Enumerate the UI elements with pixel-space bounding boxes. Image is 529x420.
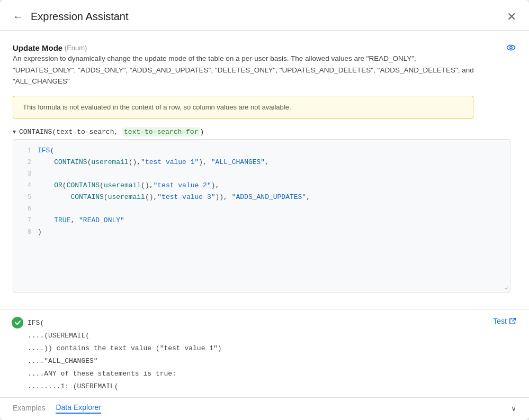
formula-hint-suffix: ) [200,128,204,136]
tab-data-explorer[interactable]: Data Explorer [56,403,101,414]
code-line-8: 8 ) [20,226,504,238]
explanation-line-4: ...."ALL_CHANGES" [28,355,516,368]
line-num-8: 8 [20,226,31,238]
line-content-6 [38,203,504,215]
tab-examples[interactable]: Examples [13,404,45,413]
back-icon: ← [13,11,23,23]
modal-title: Expression Assistant [31,11,129,23]
line-content-1: IFS( [38,145,504,157]
section-enum: (Enum) [62,44,87,52]
explanation-line-2: ....(USEREMAIL( [28,330,516,342]
explanation-line-3: ....)) contains the text value ("test va… [28,342,516,355]
line-num-1: 1 [20,145,31,156]
line-num-4: 4 [20,180,31,191]
resize-handle[interactable]: ⌟ [504,280,509,291]
line-content-3 [38,168,504,180]
header-left: ← Expression Assistant [11,10,129,24]
expression-assistant-modal: ← Expression Assistant ✕ Update Mode (En… [0,0,529,420]
external-link-icon [509,317,516,325]
footer-chevron-icon[interactable]: ∨ [511,404,516,413]
close-button[interactable]: ✕ [507,10,516,24]
explanation-panel: Test IFS( ....(USEREMAIL( ....)) contain… [0,309,529,397]
hint-chevron-icon[interactable]: ▾ [13,128,16,135]
line-content-4: OR(CONTAINS(useremail(),"test value 2"), [38,180,504,191]
section-title: Update Mode [13,43,62,52]
code-line-1: 1 IFS( [20,145,504,157]
modal-header: ← Expression Assistant ✕ [0,0,529,31]
footer-tabs: Examples Data Explorer [13,403,101,414]
eye-icon-button[interactable] [506,42,516,53]
formula-hint-row: ▾ CONTAINS(text-to-search, text-to-searc… [13,128,516,136]
formula-hint: CONTAINS(text-to-search, text-to-search-… [19,128,204,136]
code-line-6: 6 [20,203,504,215]
svg-point-1 [510,47,512,49]
code-line-3: 3 [20,168,504,180]
line-num-6: 6 [20,203,31,214]
explanation-line-1: IFS( [28,317,516,330]
code-line-4: 4 OR(CONTAINS(useremail(),"test value 2"… [20,180,504,191]
code-editor[interactable]: 1 IFS( 2 CONTAINS(useremail(),"test valu… [13,139,510,293]
modal-body: Update Mode (Enum) An expression to dyna… [0,31,529,309]
line-num-5: 5 [20,191,31,203]
code-line-5: 5 CONTAINS(useremail(),"test value 3")),… [20,191,504,203]
eye-icon [506,42,516,53]
info-banner: This formula is not evaluated in the con… [13,96,473,118]
svg-point-0 [507,45,515,50]
back-button[interactable]: ← [11,10,25,24]
line-num-7: 7 [20,215,31,226]
formula-hint-highlight: text-to-search-for [122,127,200,136]
info-banner-text: This formula is not evaluated in the con… [23,103,291,111]
code-line-2: 2 CONTAINS(useremail(),"test value 1"), … [20,157,504,168]
line-num-2: 2 [20,157,31,168]
line-num-3: 3 [20,168,31,179]
formula-hint-prefix: CONTAINS(text-to-search, [19,128,122,136]
test-link-label: Test [493,317,507,325]
modal-footer: Examples Data Explorer ∨ [0,397,529,420]
explanation-line-5: ....ANY of these statements is true: [28,368,516,380]
section-title-row: Update Mode (Enum) [13,42,516,53]
check-icon [12,317,23,328]
test-link[interactable]: Test [493,317,516,325]
line-content-2: CONTAINS(useremail(),"test value 1"), "A… [38,157,504,168]
code-line-7: 7 TRUE, "READ_ONLY" [20,215,504,226]
section-description: An expression to dynamically change the … [13,53,479,87]
close-icon: ✕ [507,10,516,24]
line-content-7: TRUE, "READ_ONLY" [38,215,504,226]
line-content-8: ) [38,226,504,238]
line-content-5: CONTAINS(useremail(),"test value 3")), "… [38,191,504,203]
explanation-line-6: ........1: (USEREMAIL( [28,380,516,393]
